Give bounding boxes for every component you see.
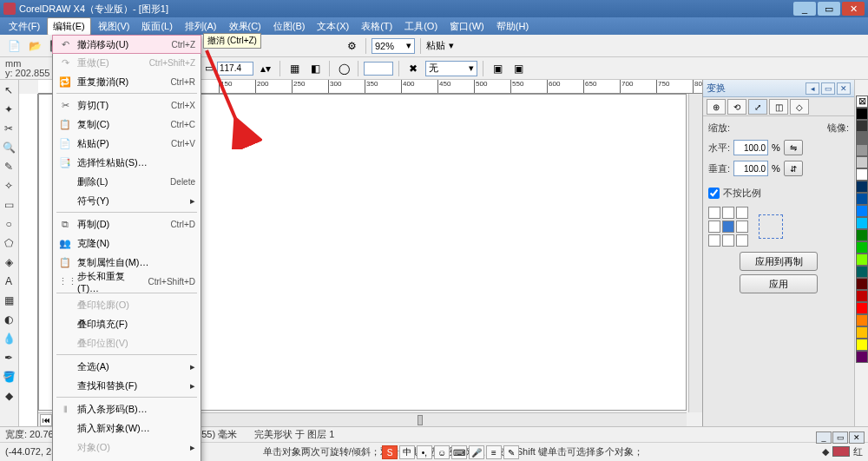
polygon-tool-icon[interactable]: ⬠ (0, 234, 17, 252)
color-swatch[interactable] (856, 290, 868, 302)
ime-punct-button[interactable]: •, (417, 445, 432, 459)
ime-settings-button[interactable]: ✎ (503, 445, 519, 459)
menu-overprint-outline[interactable]: 叠印轮廓(O) (53, 295, 201, 314)
freehand-tool-icon[interactable]: ✎ (0, 158, 17, 175)
menu-paste-special[interactable]: 📑选择性粘贴(S)… (53, 153, 201, 172)
color-swatch[interactable] (856, 314, 868, 326)
nonproportional-checkbox[interactable] (708, 188, 720, 199)
docker-collapse-button[interactable]: ◂ (806, 82, 819, 95)
color-swatch[interactable] (856, 156, 868, 168)
menu-object[interactable]: 对象(O)▸ (53, 438, 201, 457)
menu-redo[interactable]: ↷重做(E)Ctrl+Shift+Z (53, 53, 201, 72)
menu-file[interactable]: 文件(F) (3, 18, 45, 35)
position-tab-icon[interactable]: ⊕ (707, 99, 726, 115)
blend-tool-icon[interactable]: ◐ (0, 311, 17, 328)
menu-text[interactable]: 文本(X) (312, 18, 354, 35)
menu-tools[interactable]: 工具(O) (399, 18, 443, 35)
rectangle-tool-icon[interactable]: ▭ (0, 196, 17, 214)
text-tool-icon[interactable]: A (0, 273, 17, 290)
menu-help[interactable]: 帮助(H) (491, 18, 534, 35)
horizontal-scrollbar[interactable] (181, 414, 674, 426)
ime-menu-button[interactable]: ≡ (486, 445, 502, 459)
horizontal-scale-input[interactable] (733, 140, 768, 155)
scale-tab-icon[interactable]: ⤢ (748, 99, 767, 115)
wrap-icon[interactable]: ◧ (306, 60, 324, 77)
fill-combo[interactable]: 无▾ (425, 61, 477, 76)
hairline-icon[interactable]: ◯ (335, 60, 352, 77)
color-swatch[interactable] (856, 205, 868, 217)
menu-effects[interactable]: 效果(C) (224, 18, 266, 35)
color-swatch[interactable] (856, 278, 868, 290)
menu-clone[interactable]: 👥克隆(N) (53, 234, 201, 253)
menu-cut[interactable]: ✂剪切(T)Ctrl+X (53, 95, 201, 115)
color-swatch[interactable] (856, 266, 868, 278)
color-swatch[interactable] (856, 120, 868, 132)
color-swatch[interactable] (856, 351, 868, 363)
outline-width-combo[interactable] (364, 62, 393, 76)
mdi-close-button[interactable]: ✕ (849, 431, 865, 444)
ellipse-tool-icon[interactable]: ○ (0, 215, 17, 233)
menu-repeat[interactable]: 🔁重复撤消(R)Ctrl+R (53, 72, 201, 91)
crop-tool-icon[interactable]: ✂ (0, 120, 17, 137)
color-swatch[interactable] (856, 193, 868, 205)
outline-tool-icon[interactable]: ✒ (0, 349, 17, 366)
menu-insert-object[interactable]: 插入新对象(W)… (53, 418, 201, 438)
mdi-restore-button[interactable]: ▭ (832, 431, 848, 444)
menu-bitmaps[interactable]: 位图(B) (268, 18, 311, 35)
vertical-scrollbar[interactable] (688, 94, 702, 412)
ungroup-icon[interactable]: ▣ (489, 60, 506, 77)
smart-tool-icon[interactable]: ✧ (0, 177, 17, 194)
color-swatch[interactable] (856, 181, 868, 193)
menu-step-repeat[interactable]: ⋮⋮步长和重复(T)…Ctrl+Shift+D (53, 272, 201, 291)
docker-expand-button[interactable]: ▭ (821, 82, 835, 95)
nocolor-swatch[interactable]: ⊠ (856, 95, 868, 108)
vertical-scale-input[interactable] (733, 161, 768, 176)
sogou-icon[interactable]: S (382, 445, 398, 459)
zoom-combo[interactable]: 92%▾ (372, 38, 415, 54)
menu-duplicate[interactable]: ⧉再制(D)Ctrl+D (53, 214, 201, 234)
fill-swatch[interactable] (832, 446, 850, 457)
menu-view[interactable]: 视图(V) (93, 18, 135, 35)
menu-select-all[interactable]: 全选(A)▸ (53, 357, 201, 376)
mirror-horizontal-button[interactable]: ⇋ (784, 140, 803, 155)
menu-symbol[interactable]: 符号(Y)▸ (53, 191, 201, 210)
shapes-tool-icon[interactable]: ◈ (0, 254, 17, 271)
ime-keyboard-button[interactable]: ⌨ (451, 445, 467, 459)
color-swatch[interactable] (856, 217, 868, 229)
menu-window[interactable]: 窗口(W) (444, 18, 490, 35)
color-swatch[interactable] (856, 144, 868, 156)
apply-duplicate-button[interactable]: 应用到再制 (740, 252, 818, 271)
color-swatch[interactable] (856, 132, 868, 144)
menu-overprint-bitmap[interactable]: 叠印位图(V) (53, 333, 201, 352)
menu-paste[interactable]: 📄粘贴(P)Ctrl+V (53, 134, 201, 153)
menu-delete[interactable]: 删除(L)Delete (53, 172, 201, 191)
color-swatch[interactable] (856, 229, 868, 241)
menu-overprint-fill[interactable]: 叠印填充(F) (53, 314, 201, 333)
menu-edit[interactable]: 编辑(E) (47, 17, 91, 36)
ime-lang-button[interactable]: 中 (399, 445, 415, 459)
menu-links[interactable]: 链接(K)… (53, 457, 201, 461)
group-icon[interactable]: ▣ (510, 60, 527, 77)
shape-tool-icon[interactable]: ✦ (0, 101, 17, 118)
ime-emoji-button[interactable]: ☺ (434, 445, 450, 459)
color-swatch[interactable] (856, 326, 868, 339)
first-page-button[interactable]: ⏮ (40, 414, 52, 426)
color-swatch[interactable] (856, 168, 868, 181)
pick-tool-icon[interactable]: ↖ (0, 82, 17, 99)
minimize-button[interactable]: _ (793, 2, 816, 16)
menu-find-replace[interactable]: 查找和替换(F)▸ (53, 376, 201, 395)
mdi-minimize-button[interactable]: _ (816, 431, 832, 444)
color-swatch[interactable] (856, 254, 868, 266)
options-icon[interactable]: ⚙ (343, 37, 360, 55)
docker-close-button[interactable]: ✕ (837, 82, 851, 95)
paste-label[interactable]: 粘贴 (426, 39, 445, 52)
close-button[interactable]: ✕ (842, 2, 865, 16)
anchor-grid[interactable] (708, 207, 748, 247)
maximize-button[interactable]: ▭ (818, 2, 840, 16)
color-swatch[interactable] (856, 339, 868, 351)
mirror-vertical-button[interactable]: ⇵ (784, 161, 803, 176)
menu-arrange[interactable]: 排列(A) (180, 18, 222, 35)
color-swatch[interactable] (856, 302, 868, 314)
ime-voice-button[interactable]: 🎤 (469, 445, 484, 459)
zoom-tool-icon[interactable]: 🔍 (0, 139, 17, 156)
